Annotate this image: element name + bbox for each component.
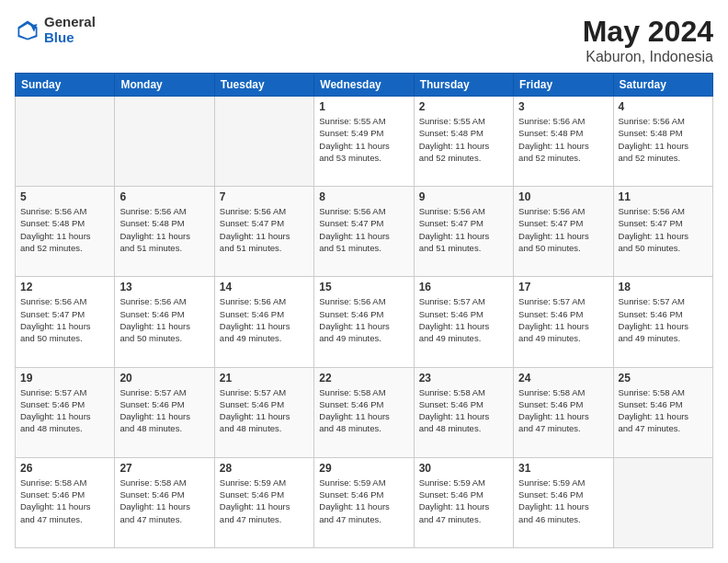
day-number: 17 <box>518 281 608 293</box>
table-row: 29Sunrise: 5:59 AM Sunset: 5:46 PM Dayli… <box>314 457 414 547</box>
logo-blue: Blue <box>44 30 96 46</box>
day-number: 29 <box>319 462 408 475</box>
day-number: 21 <box>220 372 309 385</box>
day-info: Sunrise: 5:58 AM Sunset: 5:46 PM Dayligh… <box>619 386 708 435</box>
day-number: 3 <box>518 100 608 113</box>
table-row <box>115 97 214 187</box>
day-info: Sunrise: 5:56 AM Sunset: 5:47 PM Dayligh… <box>319 205 408 254</box>
table-row: 11Sunrise: 5:56 AM Sunset: 5:47 PM Dayli… <box>613 187 712 277</box>
table-row: 23Sunrise: 5:58 AM Sunset: 5:46 PM Dayli… <box>414 367 513 457</box>
day-number: 7 <box>220 190 309 203</box>
table-row <box>214 97 313 187</box>
day-number: 14 <box>220 281 309 293</box>
day-number: 16 <box>419 281 508 293</box>
day-info: Sunrise: 5:57 AM Sunset: 5:46 PM Dayligh… <box>119 386 209 435</box>
day-info: Sunrise: 5:58 AM Sunset: 5:46 PM Dayligh… <box>20 477 109 525</box>
day-number: 2 <box>419 100 508 113</box>
logo-icon <box>15 17 40 43</box>
table-row: 6Sunrise: 5:56 AM Sunset: 5:48 PM Daylig… <box>115 187 214 277</box>
header-thursday: Thursday <box>414 74 513 97</box>
day-number: 8 <box>319 190 408 203</box>
table-row: 4Sunrise: 5:56 AM Sunset: 5:48 PM Daylig… <box>613 97 712 187</box>
table-row: 19Sunrise: 5:57 AM Sunset: 5:46 PM Dayli… <box>16 367 115 457</box>
day-info: Sunrise: 5:56 AM Sunset: 5:48 PM Dayligh… <box>119 205 209 254</box>
day-info: Sunrise: 5:59 AM Sunset: 5:46 PM Dayligh… <box>319 477 408 525</box>
table-row: 10Sunrise: 5:56 AM Sunset: 5:47 PM Dayli… <box>514 187 613 277</box>
day-info: Sunrise: 5:58 AM Sunset: 5:46 PM Dayligh… <box>419 386 508 435</box>
table-row: 7Sunrise: 5:56 AM Sunset: 5:47 PM Daylig… <box>214 187 313 277</box>
day-info: Sunrise: 5:59 AM Sunset: 5:46 PM Dayligh… <box>518 477 608 525</box>
logo-text: General Blue <box>44 15 96 45</box>
table-row: 3Sunrise: 5:56 AM Sunset: 5:48 PM Daylig… <box>514 97 613 187</box>
table-row: 27Sunrise: 5:58 AM Sunset: 5:46 PM Dayli… <box>115 457 214 547</box>
table-row: 14Sunrise: 5:56 AM Sunset: 5:46 PM Dayli… <box>214 277 313 367</box>
table-row: 21Sunrise: 5:57 AM Sunset: 5:46 PM Dayli… <box>214 367 313 457</box>
logo-general: General <box>44 15 96 30</box>
table-row: 31Sunrise: 5:59 AM Sunset: 5:46 PM Dayli… <box>514 457 613 547</box>
calendar-header-row: Sunday Monday Tuesday Wednesday Thursday… <box>16 74 713 97</box>
day-number: 27 <box>119 462 209 475</box>
day-info: Sunrise: 5:56 AM Sunset: 5:47 PM Dayligh… <box>20 295 109 344</box>
day-number: 10 <box>518 190 608 203</box>
table-row: 24Sunrise: 5:58 AM Sunset: 5:46 PM Dayli… <box>514 367 613 457</box>
day-number: 18 <box>619 281 708 293</box>
header: General Blue May 2024 Kaburon, Indonesia <box>15 15 713 65</box>
day-info: Sunrise: 5:58 AM Sunset: 5:46 PM Dayligh… <box>119 477 209 525</box>
table-row <box>16 97 115 187</box>
table-row: 17Sunrise: 5:57 AM Sunset: 5:46 PM Dayli… <box>514 277 613 367</box>
day-number: 24 <box>518 372 608 385</box>
calendar-table: Sunday Monday Tuesday Wednesday Thursday… <box>15 73 713 548</box>
table-row: 22Sunrise: 5:58 AM Sunset: 5:46 PM Dayli… <box>314 367 414 457</box>
day-info: Sunrise: 5:56 AM Sunset: 5:46 PM Dayligh… <box>119 295 209 344</box>
week-row-0: 1Sunrise: 5:55 AM Sunset: 5:49 PM Daylig… <box>16 97 713 187</box>
table-row: 30Sunrise: 5:59 AM Sunset: 5:46 PM Dayli… <box>414 457 513 547</box>
day-info: Sunrise: 5:57 AM Sunset: 5:46 PM Dayligh… <box>220 386 309 435</box>
table-row: 12Sunrise: 5:56 AM Sunset: 5:47 PM Dayli… <box>16 277 115 367</box>
header-saturday: Saturday <box>613 74 712 97</box>
day-number: 6 <box>119 190 209 203</box>
logo: General Blue <box>15 15 96 45</box>
week-row-3: 19Sunrise: 5:57 AM Sunset: 5:46 PM Dayli… <box>16 367 713 457</box>
day-info: Sunrise: 5:56 AM Sunset: 5:48 PM Dayligh… <box>518 115 608 164</box>
table-row <box>613 457 712 547</box>
table-row: 16Sunrise: 5:57 AM Sunset: 5:46 PM Dayli… <box>414 277 513 367</box>
day-number: 19 <box>20 372 109 385</box>
header-tuesday: Tuesday <box>214 74 313 97</box>
table-row: 2Sunrise: 5:55 AM Sunset: 5:48 PM Daylig… <box>414 97 513 187</box>
table-row: 28Sunrise: 5:59 AM Sunset: 5:46 PM Dayli… <box>214 457 313 547</box>
day-number: 26 <box>20 462 109 475</box>
day-number: 28 <box>220 462 309 475</box>
header-sunday: Sunday <box>16 74 115 97</box>
day-number: 11 <box>619 190 708 203</box>
header-wednesday: Wednesday <box>314 74 414 97</box>
day-info: Sunrise: 5:56 AM Sunset: 5:47 PM Dayligh… <box>518 205 608 254</box>
day-info: Sunrise: 5:57 AM Sunset: 5:46 PM Dayligh… <box>619 295 708 344</box>
day-info: Sunrise: 5:58 AM Sunset: 5:46 PM Dayligh… <box>319 386 408 435</box>
day-info: Sunrise: 5:57 AM Sunset: 5:46 PM Dayligh… <box>20 386 109 435</box>
page: General Blue May 2024 Kaburon, Indonesia… <box>0 0 728 563</box>
location: Kaburon, Indonesia <box>583 49 713 65</box>
day-info: Sunrise: 5:56 AM Sunset: 5:48 PM Dayligh… <box>20 205 109 254</box>
table-row: 25Sunrise: 5:58 AM Sunset: 5:46 PM Dayli… <box>613 367 712 457</box>
header-monday: Monday <box>115 74 214 97</box>
day-info: Sunrise: 5:58 AM Sunset: 5:46 PM Dayligh… <box>518 386 608 435</box>
table-row: 8Sunrise: 5:56 AM Sunset: 5:47 PM Daylig… <box>314 187 414 277</box>
table-row: 9Sunrise: 5:56 AM Sunset: 5:47 PM Daylig… <box>414 187 513 277</box>
day-number: 25 <box>619 372 708 385</box>
table-row: 26Sunrise: 5:58 AM Sunset: 5:46 PM Dayli… <box>16 457 115 547</box>
day-info: Sunrise: 5:59 AM Sunset: 5:46 PM Dayligh… <box>419 477 508 525</box>
day-number: 13 <box>119 281 209 293</box>
day-number: 22 <box>319 372 408 385</box>
day-number: 31 <box>518 462 608 475</box>
week-row-2: 12Sunrise: 5:56 AM Sunset: 5:47 PM Dayli… <box>16 277 713 367</box>
day-info: Sunrise: 5:56 AM Sunset: 5:48 PM Dayligh… <box>619 115 708 164</box>
day-number: 23 <box>419 372 508 385</box>
day-info: Sunrise: 5:56 AM Sunset: 5:47 PM Dayligh… <box>419 205 508 254</box>
day-number: 5 <box>20 190 109 203</box>
day-number: 9 <box>419 190 508 203</box>
day-number: 1 <box>319 100 408 113</box>
day-info: Sunrise: 5:56 AM Sunset: 5:47 PM Dayligh… <box>220 205 309 254</box>
day-info: Sunrise: 5:57 AM Sunset: 5:46 PM Dayligh… <box>419 295 508 344</box>
day-number: 15 <box>319 281 408 293</box>
day-info: Sunrise: 5:59 AM Sunset: 5:46 PM Dayligh… <box>220 477 309 525</box>
